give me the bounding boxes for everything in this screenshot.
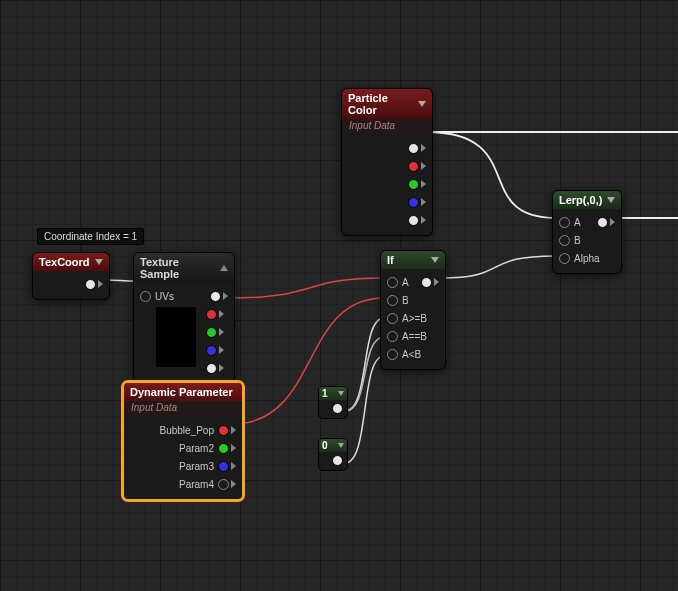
- node-header[interactable]: Particle Color: [342, 89, 432, 119]
- node-header[interactable]: Lerp(,0,): [553, 191, 621, 209]
- output-arrow-icon: [421, 144, 426, 152]
- node-header[interactable]: TexCoord: [33, 253, 109, 271]
- collapse-icon[interactable]: [220, 265, 228, 271]
- tooltip-text: Coordinate Index = 1: [44, 231, 137, 242]
- output-pin-param2[interactable]: [218, 443, 229, 454]
- node-texture-sample[interactable]: Texture Sample UVs: [133, 252, 235, 384]
- input-pin-a[interactable]: [387, 277, 398, 288]
- input-label-a: A: [398, 277, 413, 288]
- input-pin-alpha[interactable]: [559, 253, 570, 264]
- output-arrow-icon: [421, 198, 426, 206]
- output-arrow-icon: [421, 180, 426, 188]
- collapse-icon[interactable]: [607, 197, 615, 203]
- output-pin[interactable]: [332, 403, 343, 414]
- const-value: 0: [322, 440, 328, 451]
- input-label-alb: A<B: [398, 349, 425, 360]
- output-arrow-icon: [231, 462, 236, 470]
- output-arrow-icon: [219, 310, 224, 318]
- collapse-icon[interactable]: [418, 101, 426, 107]
- output-arrow-icon: [231, 426, 236, 434]
- input-label-a: A: [570, 217, 585, 228]
- input-label-ageb: A>=B: [398, 313, 431, 324]
- input-pin-uvs[interactable]: [140, 291, 151, 302]
- node-dynamic-parameter[interactable]: Dynamic Parameter Input Data Bubble_Pop …: [122, 381, 244, 501]
- output-arrow-icon: [219, 328, 224, 336]
- output-pin-param4[interactable]: [218, 479, 229, 490]
- node-title: If: [387, 254, 394, 266]
- output-label-p2: Param2: [175, 443, 218, 454]
- node-title: Particle Color: [348, 92, 418, 116]
- output-pin-g[interactable]: [206, 327, 217, 338]
- node-particle-color[interactable]: Particle Color Input Data: [341, 88, 433, 236]
- node-lerp[interactable]: Lerp(,0,) A B Alpha: [552, 190, 622, 274]
- output-arrow-icon: [98, 280, 103, 288]
- output-pin-b[interactable]: [206, 345, 217, 356]
- node-header[interactable]: 1: [319, 387, 347, 400]
- input-label-uvs: UVs: [151, 291, 178, 302]
- output-arrow-icon: [421, 162, 426, 170]
- texture-preview: [156, 307, 196, 367]
- output-label-p3: Param3: [175, 461, 218, 472]
- output-arrow-icon: [231, 444, 236, 452]
- node-subtitle: Input Data: [342, 119, 432, 135]
- output-arrow-icon: [219, 346, 224, 354]
- collapse-icon[interactable]: [431, 257, 439, 263]
- const-value: 1: [322, 388, 328, 399]
- output-pin[interactable]: [332, 455, 343, 466]
- node-constant-0[interactable]: 0: [318, 438, 348, 471]
- input-label-aeqb: A==B: [398, 331, 431, 342]
- collapse-icon[interactable]: [95, 259, 103, 265]
- output-pin-bubblepop[interactable]: [218, 425, 229, 436]
- output-arrow-icon: [223, 292, 228, 300]
- collapse-icon[interactable]: [338, 391, 344, 396]
- output-arrow-icon: [219, 364, 224, 372]
- node-header[interactable]: If: [381, 251, 445, 269]
- node-if[interactable]: If A B A>=B A==B A<B: [380, 250, 446, 370]
- output-arrow-icon: [421, 216, 426, 224]
- output-pin-r[interactable]: [408, 161, 419, 172]
- output-pin-param3[interactable]: [218, 461, 229, 472]
- input-label-alpha: Alpha: [570, 253, 604, 264]
- output-arrow-icon: [231, 480, 236, 488]
- node-header[interactable]: Texture Sample: [134, 253, 234, 283]
- node-header[interactable]: 0: [319, 439, 347, 452]
- input-pin-a[interactable]: [559, 217, 570, 228]
- tooltip-coord-index: Coordinate Index = 1: [37, 228, 144, 245]
- node-constant-1[interactable]: 1: [318, 386, 348, 419]
- input-pin-b[interactable]: [387, 295, 398, 306]
- output-pin-r[interactable]: [206, 309, 217, 320]
- output-pin[interactable]: [421, 277, 432, 288]
- node-title: Dynamic Parameter: [130, 386, 233, 398]
- output-pin-b[interactable]: [408, 197, 419, 208]
- node-header[interactable]: Dynamic Parameter: [124, 383, 242, 401]
- output-label-p1: Bubble_Pop: [156, 425, 219, 436]
- output-pin-g[interactable]: [408, 179, 419, 190]
- output-pin-rgba[interactable]: [408, 143, 419, 154]
- output-arrow-icon: [434, 278, 439, 286]
- input-pin-aeqb[interactable]: [387, 331, 398, 342]
- output-pin-a[interactable]: [206, 363, 217, 374]
- output-arrow-icon: [610, 218, 615, 226]
- collapse-icon[interactable]: [338, 443, 344, 448]
- output-pin[interactable]: [597, 217, 608, 228]
- input-pin-b[interactable]: [559, 235, 570, 246]
- node-title: TexCoord: [39, 256, 90, 268]
- input-label-b: B: [570, 235, 585, 246]
- output-pin[interactable]: [85, 279, 96, 290]
- node-texcoord[interactable]: TexCoord: [32, 252, 110, 300]
- node-subtitle: Input Data: [124, 401, 242, 417]
- output-label-p4: Param4: [175, 479, 218, 490]
- output-pin-rgba[interactable]: [210, 291, 221, 302]
- output-pin-a[interactable]: [408, 215, 419, 226]
- node-title: Lerp(,0,): [559, 194, 602, 206]
- node-title: Texture Sample: [140, 256, 220, 280]
- input-pin-ageb[interactable]: [387, 313, 398, 324]
- input-pin-alb[interactable]: [387, 349, 398, 360]
- input-label-b: B: [398, 295, 413, 306]
